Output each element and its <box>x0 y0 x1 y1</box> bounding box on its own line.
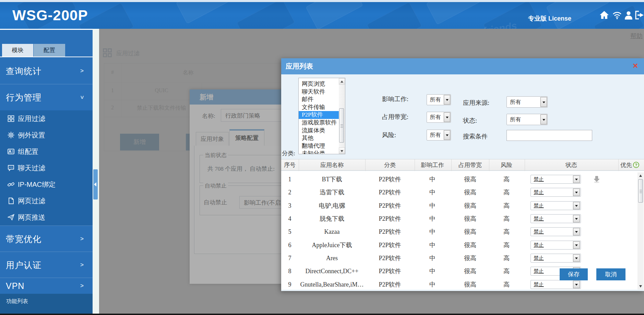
column-separator <box>415 159 415 171</box>
modal-titlebar: 应用列表 <box>281 58 644 74</box>
close-icon[interactable]: ✕ <box>632 62 639 70</box>
status-select[interactable]: 禁止 <box>530 280 581 289</box>
app-table-row[interactable]: 3电驴,电骡P2P软件中很高高禁止 <box>281 199 644 212</box>
category-listbox[interactable]: 网页浏览聊天软件邮件文件传输P2P软件游戏股票软件流媒体类其他翻墙代理未知分类 <box>298 78 345 154</box>
exception-gear-icon <box>8 132 14 138</box>
dropdown-arrow-icon[interactable] <box>444 95 450 105</box>
status-select[interactable]: 禁止 <box>530 227 581 236</box>
category-option[interactable]: 翻墙代理 <box>299 142 339 150</box>
cell-no: 3 <box>288 202 291 209</box>
sidebar-tab-config[interactable]: 配置 <box>34 44 65 57</box>
sidebar-item-chat-filter[interactable]: 聊天过滤 <box>0 160 93 176</box>
scroll-up-arrow[interactable] <box>639 174 642 177</box>
cell-impact: 中 <box>429 188 436 196</box>
cell-cat: P2P软件 <box>379 241 401 249</box>
sidebar-group-vpn[interactable]: VPN > <box>0 278 93 294</box>
dropdown-arrow-icon[interactable] <box>573 228 580 235</box>
sidebar-group-query-stats[interactable]: 查询统计 > <box>0 58 93 84</box>
cell-name: Ares <box>326 254 338 262</box>
category-option[interactable]: 邮件 <box>299 96 339 104</box>
category-option[interactable]: 网页浏览 <box>299 80 339 88</box>
select-value: 禁止 <box>534 216 544 222</box>
dropdown-arrow-icon[interactable] <box>540 97 547 107</box>
app-table-row[interactable]: 1BT下载P2P软件中很高高禁止 <box>281 173 644 186</box>
category-option[interactable]: 聊天软件 <box>299 88 339 96</box>
filter-risk-select[interactable]: 所有 <box>427 130 451 141</box>
sidebar-footer-function-list[interactable]: 功能列表 <box>0 294 93 315</box>
table-scrollbar[interactable] <box>637 172 644 290</box>
search-input[interactable] <box>506 130 592 141</box>
app-table-row[interactable]: 2迅雷下载P2P软件中很高高禁止 <box>281 186 644 199</box>
scrollbar-thumb[interactable] <box>339 108 344 143</box>
category-option[interactable]: 文件传输 <box>299 104 339 111</box>
app-table-row[interactable]: 4脱兔下载P2P软件中很高高禁止 <box>281 212 644 225</box>
scroll-up-button[interactable] <box>339 78 345 85</box>
dropdown-arrow-icon[interactable] <box>573 189 580 196</box>
status-select[interactable]: 禁止 <box>530 254 581 263</box>
category-option[interactable]: 游戏股票软件 <box>299 119 339 127</box>
dropdown-arrow-icon[interactable] <box>573 175 580 183</box>
cell-bandwidth: 很高 <box>464 228 476 236</box>
cell-no: 9 <box>288 281 291 288</box>
filter-status-select[interactable]: 所有 <box>506 114 548 125</box>
dropdown-arrow-icon[interactable] <box>573 281 580 288</box>
user-icon[interactable] <box>625 11 632 20</box>
thumb-grip <box>341 126 343 126</box>
home-icon[interactable] <box>599 11 609 20</box>
wifi-icon[interactable] <box>612 12 622 19</box>
triangle-down-icon <box>341 150 343 152</box>
scroll-down-button[interactable] <box>339 147 345 154</box>
status-select[interactable]: 禁止 <box>530 214 581 223</box>
status-select[interactable]: 禁止 <box>530 201 581 210</box>
sidebar-item-app-filter[interactable]: 应用过滤 <box>0 110 93 127</box>
save-button[interactable]: 保存 <box>560 268 588 280</box>
filter-source-select[interactable]: 所有 <box>506 96 548 108</box>
sidebar-item-label: 聊天过滤 <box>18 163 45 173</box>
sidebar-item-ip-mac-link[interactable]: IP-MAC绑定 <box>0 176 93 193</box>
sidebar-group-user-auth[interactable]: 用户认证 > <box>0 252 93 278</box>
cell-bandwidth: 很高 <box>464 241 476 249</box>
cancel-button[interactable]: 取消 <box>596 268 625 280</box>
help-question-icon[interactable]: ? <box>633 162 639 168</box>
status-select[interactable]: 禁止 <box>530 241 581 250</box>
category-option[interactable]: 未知分类 <box>299 150 339 154</box>
cell-risk: 高 <box>503 241 510 249</box>
filter-impact-select[interactable]: 所有 <box>427 94 451 105</box>
dropdown-arrow-icon[interactable] <box>444 130 450 140</box>
dropdown-arrow-icon[interactable] <box>573 254 580 262</box>
status-select[interactable]: 禁止 <box>530 175 581 184</box>
logout-icon[interactable] <box>635 11 644 20</box>
sidebar-item-web-filter[interactable]: 网页过滤 <box>0 193 93 209</box>
dropdown-arrow-icon[interactable] <box>540 114 547 124</box>
app-table-row[interactable]: 5KazaaP2P软件中很高高禁止 <box>281 225 644 238</box>
sidebar-item-group-config[interactable]: 组配置 <box>0 143 93 160</box>
select-value: 禁止 <box>534 189 544 196</box>
sidebar-collapse-handle[interactable] <box>93 169 98 199</box>
sidebar-group-bandwidth[interactable]: 带宽优化 > <box>0 226 93 252</box>
sidebar-item-web-push[interactable]: 网页推送 <box>0 209 93 226</box>
cell-impact: 中 <box>429 267 436 275</box>
sidebar-item-exception-gear[interactable]: 例外设置 <box>0 127 93 143</box>
scroll-down-arrow[interactable] <box>639 285 642 288</box>
dropdown-arrow-icon[interactable] <box>573 215 580 222</box>
app-table-row[interactable]: 8DirectConnect,DC++P2P软件中很高高禁止 <box>281 265 644 278</box>
category-scrollbar[interactable] <box>339 78 345 154</box>
category-option[interactable]: 其他 <box>299 134 339 142</box>
sidebar-group-behavior-mgmt[interactable]: 行为管理 > <box>0 84 93 110</box>
cell-no: 2 <box>288 189 291 196</box>
priority-down-arrow-icon[interactable] <box>593 175 601 185</box>
category-option[interactable]: 流媒体类 <box>299 127 339 135</box>
dropdown-arrow-icon[interactable] <box>444 112 450 122</box>
status-select[interactable]: 禁止 <box>530 188 581 197</box>
category-option[interactable]: P2P软件 <box>299 111 339 119</box>
scrollbar-thumb[interactable] <box>638 179 643 203</box>
filter-bandwidth-select[interactable]: 所有 <box>427 112 451 123</box>
select-value: 禁止 <box>534 176 544 183</box>
app-table-row[interactable]: 7AresP2P软件中很高高禁止 <box>281 252 644 265</box>
dropdown-arrow-icon[interactable] <box>573 202 580 209</box>
sidebar-tab-module[interactable]: 模块 <box>2 44 33 57</box>
dropdown-arrow-icon[interactable] <box>573 241 580 249</box>
app-table-row[interactable]: 6AppleJuice下载P2P软件中很高高禁止 <box>281 239 644 252</box>
app-table-row[interactable]: 9Gnutella,BearShare,iM…P2P软件中很高高禁止 <box>281 278 644 290</box>
chevron-right-icon: > <box>80 235 84 242</box>
